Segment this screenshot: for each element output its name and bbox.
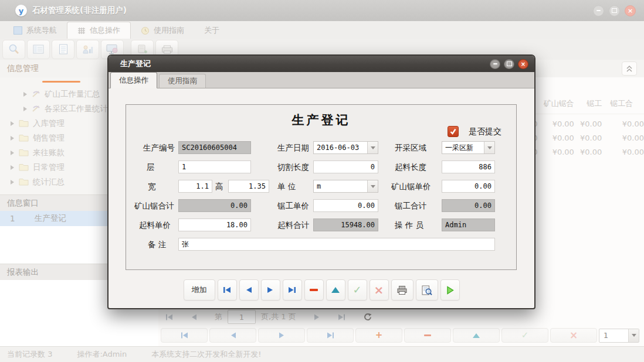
tree-label: 各采区工作量统计 [45,104,108,114]
tab-system-nav[interactable]: 系统导航 [4,22,67,39]
pager-last-button[interactable] [338,314,345,320]
next-record-button[interactable] [261,279,280,300]
grid-row[interactable]: 00 ¥0.00 ¥0.00 ¥0.00 [528,148,644,156]
mining-area-combo[interactable]: 一采区新 [442,141,495,154]
print-preview-button[interactable] [416,279,438,300]
prev-record-button[interactable] [239,279,259,300]
saw-labor-total-field[interactable]: 0.00 [442,199,495,212]
play-icon [446,286,454,295]
production-date-label: 生产日期 [277,141,309,154]
close-button[interactable]: × [625,5,636,16]
app-window: y 石材管理系统(非注册用户) × 系统导航 信息操作 使用指南 关于 [0,0,644,362]
grid-cancel-button[interactable]: × [550,328,597,343]
unit-combo[interactable]: m [313,180,378,193]
height-field[interactable]: 1.35 [228,180,269,193]
mine-saw-price-field[interactable]: 0.00 [442,180,495,193]
chevron-down-icon [371,146,375,149]
confirm-button[interactable]: ✓ [348,279,367,300]
select-dropdown-button[interactable] [628,329,639,342]
material-length-field[interactable]: 886 [442,160,495,173]
database-add-icon [137,44,148,54]
run-button[interactable] [440,279,460,300]
user-report-toolbar-button[interactable] [76,40,99,59]
app-icon: y [15,5,27,16]
production-no-field[interactable]: SC20160605004 [178,141,251,154]
grid-cell: ¥0.00 [574,119,602,128]
grid-page-select[interactable]: 1 [599,329,639,343]
submit-checkbox-label: 是否提交 [469,127,501,137]
operator-label: 操 作 员 [395,218,423,231]
edit-record-button[interactable] [326,279,345,300]
first-record-button[interactable] [218,279,237,300]
grid-col-header[interactable]: 矿山锯合 [541,98,574,109]
dialog-minimize-button[interactable] [490,59,500,69]
document-toolbar-button[interactable] [52,40,74,59]
layer-field[interactable]: 1 [178,160,251,173]
cancel-button[interactable]: × [370,279,389,300]
submit-checkbox[interactable] [448,126,459,137]
cut-length-field[interactable]: 0 [313,160,378,173]
search-toolbar-button[interactable] [2,40,25,59]
mine-saw-total-field[interactable]: 0.00 [178,199,251,212]
grid-add-button[interactable]: + [355,328,402,343]
width-field[interactable]: 1.1 [178,180,212,193]
combo-dropdown-button[interactable] [367,142,378,153]
grid-row[interactable]: 00 ¥0.00 ¥0.00 ¥0.00 [528,134,644,142]
grid-last-button[interactable] [307,328,354,343]
delete-record-button[interactable] [304,279,324,300]
dialog-body: 生产登记 是否提交 生产编号 SC20160605004 生产日期 2016-0… [109,88,534,306]
combo-dropdown-button[interactable] [484,142,494,153]
tree-label: 日常管理 [33,162,65,173]
add-button[interactable]: 增加 [184,279,215,300]
tab-info-ops[interactable]: 信息操作 [67,22,131,39]
grid-prev-button[interactable] [209,328,256,343]
mine-saw-total-label: 矿山锯合计 [134,199,174,212]
grid-delete-button[interactable] [404,328,451,343]
triangle-up-icon [331,287,340,293]
grid-col-header[interactable]: 锯工 [574,98,602,109]
pager-first-button[interactable] [165,314,173,320]
grid-next-button[interactable] [258,328,305,343]
pager-prev-button[interactable] [191,314,197,320]
check-icon: ✓ [521,331,529,340]
grid-edit-button[interactable] [453,328,500,343]
pager-page-input[interactable]: 1 [228,310,256,324]
grid-first-button[interactable] [161,328,208,343]
dialog-toolbar: 增加 ✓ × [109,278,534,302]
tab-label: 使用指南 [154,25,184,36]
maximize-button[interactable] [609,5,620,16]
material-price-field[interactable]: 18.00 [178,218,251,231]
remark-field[interactable]: 张 [178,238,495,251]
dialog-tab-info-ops[interactable]: 信息操作 [110,72,157,88]
pager-next-button[interactable] [314,314,320,320]
cut-length-label: 切割长度 [277,160,309,173]
saw-labor-price-field[interactable]: 0.00 [313,199,378,212]
minus-icon [424,334,431,336]
production-date-combo[interactable]: 2016-06-03 [313,141,378,154]
dialog-maximize-button[interactable] [504,59,514,69]
tab-user-guide[interactable]: 使用指南 [131,22,194,39]
combo-dropdown-button[interactable] [367,180,378,192]
tab-about[interactable]: 关于 [194,22,229,39]
grid-header-row: 单 矿山锯合 锯工 锯工合 [528,98,644,114]
last-record-button[interactable] [283,279,302,300]
row-index: 1 [0,214,35,223]
grid-col-header[interactable]: 锯工合 [602,98,644,109]
material-total-field[interactable]: 15948.00 [313,218,378,231]
minimize-button[interactable] [593,5,604,16]
dialog-close-button[interactable]: × [518,59,528,69]
grid-confirm-button[interactable]: ✓ [501,328,548,343]
list-toolbar-button[interactable] [27,40,50,59]
grid-pager: 第 1 页,共 1 页 [165,309,372,325]
collapse-panel-button[interactable] [622,62,637,76]
pager-refresh-button[interactable] [363,313,372,322]
dialog-tab-user-guide[interactable]: 使用指南 [159,74,206,88]
data-grid: 单 矿山锯合 锯工 锯工合 00 ¥0.00 ¥0.00 ¥0.00 00 ¥0… [528,94,644,163]
operator-field[interactable]: Admin [442,218,495,231]
grid-row[interactable]: 00 ¥0.00 ¥0.00 ¥0.00 [528,119,644,128]
dialog-title-bar[interactable]: 生产登记 × [109,56,534,72]
print-preview-icon [421,285,432,295]
print-button[interactable] [391,279,413,300]
tab-label: 信息操作 [90,25,120,36]
combo-value: 一采区新 [442,142,484,153]
